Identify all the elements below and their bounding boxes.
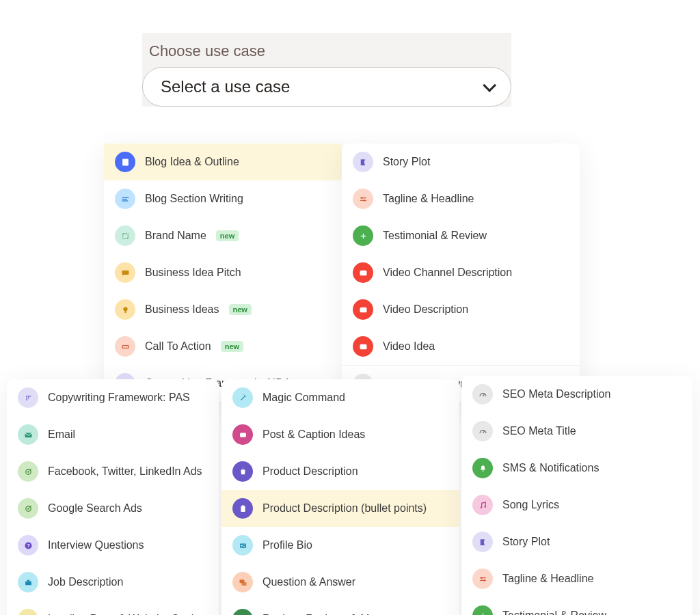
use-case-item-label: Magic Command [262,392,345,404]
use-case-item-tagline-headline[interactable]: Tagline & Headline [461,560,692,597]
use-case-item-label: Email [48,428,75,441]
use-case-item-business-idea-pitch[interactable]: Business Idea Pitch [104,254,342,291]
sliders-icon [353,189,373,209]
grid-icon [18,387,38,408]
use-case-item-story-plot[interactable]: Story Plot [461,523,692,560]
use-case-item-label: Blog Section Writing [145,193,243,205]
use-case-item-label: Song Lyrics [502,499,559,511]
new-badge: new [229,304,252,315]
use-case-item-label: Tagline & Headline [383,193,474,205]
use-case-item-label: SMS & Notifications [502,462,599,474]
use-case-item-blog-section-writing[interactable]: Blog Section Writing [104,180,342,217]
reply-icon [232,609,253,615]
use-case-item-video-description[interactable]: Video Description [342,291,580,328]
use-case-item-tagline-headline[interactable]: Tagline & Headline [342,180,580,217]
use-case-item-blog-idea-outline[interactable]: Blog Idea & Outline [104,144,342,180]
use-case-item-testimonial-review[interactable]: Testimonial & Review [342,217,580,254]
use-case-item-label: Story Plot [383,156,430,168]
use-case-item-label: Call To Action [145,340,211,353]
use-case-item-label: Copywriting Framework: PAS [48,392,190,404]
use-case-list-a: Blog Idea & OutlineBlog Section WritingB… [104,144,342,402]
use-case-item-label: Tagline & Headline [502,573,593,585]
use-case-item-copywriting-framework-pas[interactable]: Copywriting Framework: PAS [7,379,219,416]
gauge-icon [472,421,493,441]
use-case-item-label: SEO Meta Description [502,388,610,400]
play-icon [353,262,373,283]
use-case-item-label: Testimonial & Review [502,610,606,615]
use-case-select[interactable]: Select a use case [142,67,511,107]
use-case-item-label: Business Idea Pitch [145,266,241,279]
sliders-icon [472,569,493,589]
use-case-item-label: Job Description [48,576,123,588]
clip-icon [232,498,253,519]
book-icon [353,152,373,172]
use-case-item-label: SEO Meta Title [502,425,576,437]
new-badge: new [216,230,239,241]
use-case-item-video-idea[interactable]: Video Idea [342,328,580,365]
target-icon [18,498,38,519]
use-case-list-b: Story PlotTagline & HeadlineTestimonial … [342,144,580,402]
layout-icon [18,609,38,615]
use-case-item-question-answer[interactable]: Question & Answer [221,564,459,601]
use-case-item-post-caption-ideas[interactable]: Post & Caption Ideas [221,416,459,453]
rect-icon [115,336,135,357]
use-case-list-d: Magic CommandPost & Caption IdeasProduct… [221,379,459,615]
use-case-item-label: Video Channel Description [383,266,512,279]
id-icon [232,535,253,556]
use-case-item-label: Business Ideas [145,303,219,316]
use-case-list-e: SEO Meta DescriptionSEO Meta TitleSMS & … [461,376,692,615]
use-case-item-product-description[interactable]: Product Description [221,453,459,490]
use-case-item-google-search-ads[interactable]: Google Search Ads [7,490,219,527]
new-badge: new [221,341,243,352]
use-case-item-facebook-twitter-linkedin-ads[interactable]: Facebook, Twitter, LinkedIn Ads [7,453,219,490]
use-case-item-label: Video Idea [383,340,435,353]
music-icon [472,495,493,515]
use-case-item-magic-command[interactable]: Magic Command [221,379,459,416]
use-case-item-label: Blog Idea & Outline [145,156,239,168]
use-case-item-email[interactable]: Email [7,416,219,453]
bell-icon [472,458,493,478]
use-case-item-seo-meta-description[interactable]: SEO Meta Description [461,376,692,413]
use-case-item-song-lyrics[interactable]: Song Lyrics [461,487,692,523]
use-case-item-video-channel-description[interactable]: Video Channel Description [342,254,580,291]
use-case-item-sms-notifications[interactable]: SMS & Notifications [461,450,692,487]
q-icon [18,535,38,556]
use-case-select-container: Choose use case Select a use case [142,33,511,107]
qa-icon [232,572,253,592]
use-case-item-call-to-action[interactable]: Call To Actionnew [104,328,342,365]
use-case-item-reply-to-reviews-messages[interactable]: Reply to Reviews & Messages [221,601,459,615]
use-case-item-label: Story Plot [502,536,550,548]
use-case-item-label: Product Description (bullet points) [262,502,427,515]
use-case-item-label: Testimonial & Review [383,230,487,242]
use-case-item-job-description[interactable]: Job Description [7,564,219,601]
chevron-down-icon [483,79,496,92]
use-case-item-product-description-bullet-points[interactable]: Product Description (bullet points) [221,490,459,527]
use-case-item-landing-page-website-copies[interactable]: Landing Page & Website Copies [7,601,219,615]
card-icon [232,424,253,445]
wand-icon [232,387,253,408]
bag-icon [232,461,253,482]
lines-icon [115,189,135,209]
use-case-item-interview-questions[interactable]: Interview Questions [7,527,219,564]
use-case-item-label: Brand Name [145,230,206,242]
use-case-item-label: Google Search Ads [48,502,142,515]
use-case-item-business-ideas[interactable]: Business Ideasnew [104,291,342,328]
chat-icon [115,262,135,283]
use-case-item-seo-meta-title[interactable]: SEO Meta Title [461,413,692,450]
book-icon [472,532,493,552]
brief-icon [18,572,38,592]
use-case-item-story-plot[interactable]: Story Plot [342,144,580,180]
use-case-item-brand-name[interactable]: Brand Namenew [104,217,342,254]
use-case-item-label: Post & Caption Ideas [262,428,365,441]
use-case-item-testimonial-review[interactable]: Testimonial & Review [461,597,692,615]
bulb-icon [115,299,135,320]
target-icon [18,461,38,482]
use-case-item-profile-bio[interactable]: Profile Bio [221,527,459,564]
gauge-icon [472,384,493,405]
use-case-item-label: Video Description [383,303,468,316]
plus-icon [472,605,493,615]
mail-icon [18,424,38,445]
use-case-item-label: Product Description [262,465,358,478]
use-case-item-label: Question & Answer [262,576,355,588]
frame-icon [115,226,135,246]
